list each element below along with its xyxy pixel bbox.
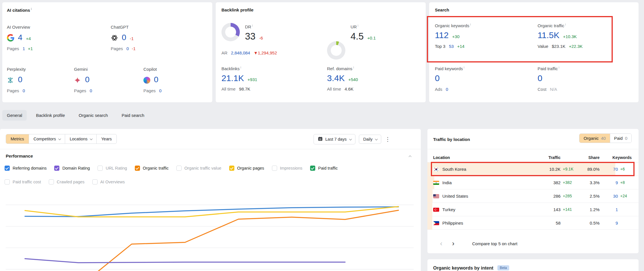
more-options-kebab-icon[interactable]: ⋮ bbox=[385, 136, 390, 143]
locations-button[interactable]: Locations bbox=[65, 134, 96, 144]
performance-title: Performance bbox=[6, 154, 33, 159]
next-page-chevron-icon[interactable]: › bbox=[452, 240, 454, 247]
metric-toggle-url-rating[interactable]: URL Rating bbox=[98, 166, 127, 171]
competitors-button[interactable]: Competitors bbox=[29, 134, 65, 144]
ur-value: 4.5 bbox=[351, 31, 364, 42]
metric-toggle-referring-domains[interactable]: Referring domains bbox=[5, 166, 46, 171]
metric-toggle-paid-traffic-cost[interactable]: Paid traffic cost bbox=[5, 179, 41, 184]
info-icon[interactable]: i bbox=[240, 66, 241, 69]
metric-toggle-domain-rating[interactable]: Domain Rating bbox=[54, 166, 90, 171]
keywords-link[interactable]: 1 bbox=[600, 207, 618, 212]
delta: +4 bbox=[26, 36, 31, 41]
chevron-down-icon bbox=[90, 137, 93, 140]
tab-backlink-profile[interactable]: Backlink profile bbox=[31, 110, 69, 121]
prev-page-chevron-icon[interactable]: ‹ bbox=[440, 240, 442, 247]
flag-united-states-icon bbox=[433, 194, 439, 198]
metric-toggle-organic-traffic[interactable]: Organic traffic bbox=[135, 166, 169, 171]
location-row-philippines[interactable]: Philippines 58 0.5% 9 bbox=[427, 216, 639, 229]
organic-keywords-block: Organic keywordsi 112 +30 Top 3 53 +14 bbox=[435, 23, 471, 49]
ur-donut-chart bbox=[327, 41, 345, 60]
date-controls: Last 7 days Daily ⋮ bbox=[314, 134, 390, 144]
info-icon[interactable]: i bbox=[464, 66, 464, 69]
ai-engine-copilot: Copilot 0 Pages 0 bbox=[143, 67, 162, 93]
chevron-down-icon bbox=[58, 137, 61, 140]
metric-toggles-row1: Referring domains Domain Rating URL Rati… bbox=[5, 166, 338, 171]
series-domain-rating bbox=[25, 259, 345, 263]
info-icon[interactable]: i bbox=[358, 24, 358, 27]
paid-keywords-block: Paid keywordsi 0 Ads 0 bbox=[435, 66, 464, 92]
metric-toggle-ai-overviews[interactable]: AI Overviews bbox=[92, 179, 125, 184]
location-row-turkey[interactable]: Turkey 143 +141 1.2% 1 bbox=[427, 203, 639, 216]
paid-traffic-block: Paid traffici 0 Cost N/A bbox=[538, 66, 559, 92]
performance-line-chart bbox=[6, 189, 416, 271]
ar-line: AR 2,848,084 ▼1,294,952 bbox=[221, 50, 277, 55]
metric-toggle-impressions[interactable]: Impressions bbox=[272, 166, 302, 171]
tab-paid-search[interactable]: Paid search bbox=[117, 110, 149, 121]
info-icon[interactable]: i bbox=[31, 7, 32, 11]
granularity-button[interactable]: Daily bbox=[359, 135, 381, 144]
info-icon[interactable]: i bbox=[559, 66, 559, 69]
keywords-link[interactable]: 70 bbox=[600, 167, 618, 172]
compare-top5-link[interactable]: Compare top 5 on chart bbox=[472, 241, 517, 246]
date-range-button[interactable]: Last 7 days bbox=[314, 134, 355, 144]
report-tabbar: General Backlink profile Organic search … bbox=[2, 110, 149, 121]
chevron-down-icon bbox=[375, 138, 378, 140]
checkbox bbox=[176, 166, 182, 171]
backlink-profile-title: Backlink profile bbox=[221, 7, 254, 12]
search-card: Search Organic keywordsi 112 +30 Top 3 5… bbox=[429, 2, 639, 102]
performance-card: Metrics Competitors Locations Years Last… bbox=[0, 129, 421, 271]
metric-toggle-organic-pages[interactable]: Organic pages bbox=[229, 166, 264, 171]
info-icon[interactable]: i bbox=[353, 66, 354, 69]
google-icon bbox=[7, 34, 14, 42]
tab-general[interactable]: General bbox=[2, 110, 27, 121]
search-title: Search bbox=[435, 7, 449, 12]
chatgpt-icon bbox=[111, 34, 118, 42]
flag-india-icon bbox=[433, 181, 439, 185]
years-button[interactable]: Years bbox=[96, 134, 116, 144]
calendar-icon bbox=[318, 136, 323, 142]
traffic-by-location-title: Traffic by location bbox=[433, 137, 470, 142]
seo-dashboard: { "ai_citations": { "title": "AI citatio… bbox=[0, 0, 644, 271]
info-icon[interactable]: i bbox=[565, 23, 566, 26]
checkbox bbox=[272, 166, 277, 171]
perplexity-icon bbox=[7, 77, 14, 84]
location-row-united-states[interactable]: United States 286 +285 2.5% 30 +24 bbox=[427, 189, 639, 203]
collapse-chevron-icon[interactable] bbox=[409, 156, 412, 158]
location-row-south-korea[interactable]: South Korea 10.2K +9.1K 89.0% 70 +6 bbox=[427, 162, 639, 176]
metric-toggle-paid-traffic[interactable]: Paid traffic bbox=[310, 166, 338, 171]
metric-toggle-organic-traffic-value[interactable]: Organic traffic value bbox=[176, 166, 221, 171]
keywords-link[interactable]: 30 bbox=[600, 194, 618, 199]
series-organic-pages bbox=[25, 207, 398, 217]
metric-toggle-crawled-pages[interactable]: Crawled pages bbox=[49, 179, 85, 184]
organic-keywords-by-intent-card: Organic keywords by intent Beta bbox=[427, 259, 639, 271]
checkbox bbox=[92, 179, 98, 184]
ref-domains-block: Ref. domainsi 3.4K +540 All time 4.6K bbox=[327, 66, 358, 91]
keywords-link[interactable]: 9 bbox=[600, 180, 618, 185]
panel-divider bbox=[427, 149, 639, 149]
location-pagination: ‹ › Compare top 5 on chart bbox=[433, 240, 517, 247]
ai-citations-card: AI citationsi AI Overview 4 +4 Pages 1 +… bbox=[2, 2, 212, 102]
flag-south-korea-icon bbox=[433, 167, 439, 171]
keywords-link[interactable]: 9 bbox=[600, 221, 618, 225]
checkbox bbox=[49, 179, 54, 184]
ai-citations-title: AI citationsi bbox=[7, 7, 32, 13]
checkbox bbox=[135, 166, 140, 171]
gemini-icon bbox=[74, 77, 81, 84]
delta: -1 bbox=[130, 36, 133, 41]
traffic-by-location-card: Traffic by location Organic40 Paid0 Loca… bbox=[427, 129, 639, 253]
tab-organic-search[interactable]: Organic search bbox=[74, 110, 112, 121]
chevron-down-icon bbox=[349, 138, 352, 140]
flag-turkey-icon bbox=[433, 208, 439, 212]
backlinks-block: Backlinksi 21.1K +931 All time 98.7K bbox=[221, 66, 257, 91]
toolbar-divider bbox=[0, 149, 421, 149]
checkbox bbox=[310, 166, 315, 171]
location-row-india[interactable]: India 382 +382 3.3% 9 +8 bbox=[427, 176, 639, 189]
metrics-button[interactable]: Metrics bbox=[6, 134, 29, 144]
paid-toggle-button[interactable]: Paid0 bbox=[610, 134, 631, 143]
checkbox bbox=[5, 179, 10, 184]
organic-toggle-button[interactable]: Organic40 bbox=[579, 134, 610, 143]
info-icon[interactable]: i bbox=[470, 23, 471, 26]
info-icon[interactable]: i bbox=[252, 24, 253, 27]
checkbox bbox=[229, 166, 234, 171]
location-table-body: South Korea 10.2K +9.1K 89.0% 70 +6 Indi… bbox=[427, 162, 639, 230]
